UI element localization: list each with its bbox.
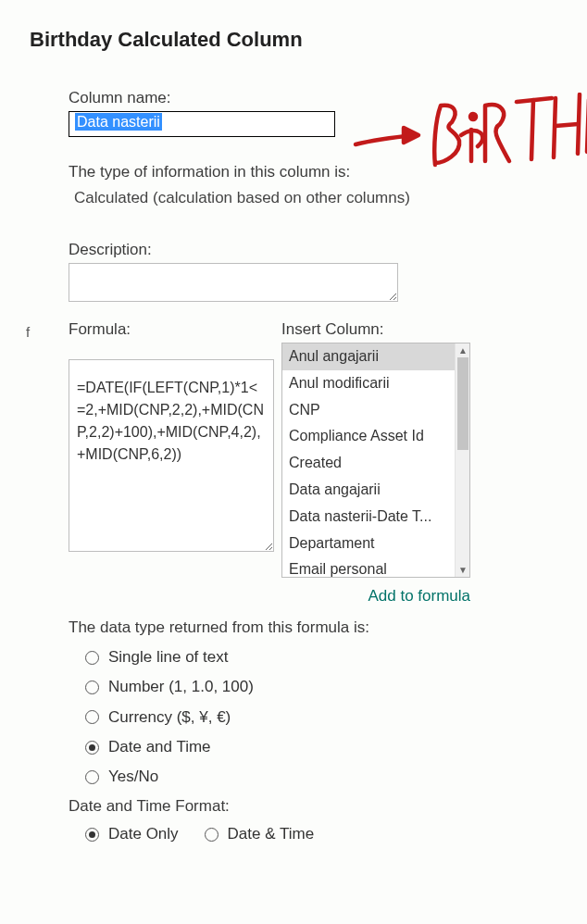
page-title: Birthday Calculated Column <box>0 0 587 52</box>
add-to-formula-link[interactable]: Add to formula <box>69 587 470 606</box>
column-name-label: Column name: <box>69 89 587 107</box>
scroll-up-icon[interactable]: ▲ <box>456 343 470 357</box>
description-label: Description: <box>69 241 587 259</box>
return-type-option[interactable]: Date and Time <box>85 732 587 762</box>
return-type-option[interactable]: Yes/No <box>85 762 587 792</box>
stray-text: f <box>26 324 30 340</box>
type-info-value: Calculated (calculation based on other c… <box>74 189 587 207</box>
radio-label: Number (1, 1.0, 100) <box>108 672 254 702</box>
insert-column-option[interactable]: Anul modificarii <box>282 370 469 397</box>
scroll-down-icon[interactable]: ▼ <box>456 563 470 577</box>
radio-label: Date and Time <box>108 732 211 762</box>
insert-column-label: Insert Column: <box>281 320 470 339</box>
listbox-scrollbar[interactable]: ▲ ▼ <box>455 343 469 577</box>
dt-format-option[interactable]: Date & Time <box>205 819 315 849</box>
radio-label: Date & Time <box>228 819 315 849</box>
return-type-option[interactable]: Single line of text <box>85 643 587 672</box>
radio-icon[interactable] <box>85 681 99 694</box>
radio-icon[interactable] <box>85 651 99 665</box>
radio-icon[interactable] <box>85 741 99 755</box>
return-type-option[interactable]: Number (1, 1.0, 100) <box>85 672 587 702</box>
column-name-input[interactable]: Data nasterii <box>69 111 335 137</box>
formula-textarea[interactable] <box>69 359 274 552</box>
return-type-option[interactable]: Currency ($, ¥, €) <box>85 703 587 732</box>
insert-column-option[interactable]: Anul angajarii <box>282 343 469 370</box>
radio-label: Currency ($, ¥, €) <box>108 703 231 732</box>
insert-column-listbox[interactable]: Anul angajariiAnul modificariiCNPComplia… <box>281 343 470 578</box>
dt-format-option[interactable]: Date Only <box>85 819 179 849</box>
radio-label: Single line of text <box>108 643 228 672</box>
dt-format-label: Date and Time Format: <box>69 797 587 816</box>
insert-column-option[interactable]: Data angajarii <box>282 477 469 504</box>
radio-icon[interactable] <box>85 710 99 724</box>
formula-label: Formula: <box>69 320 274 339</box>
radio-icon[interactable] <box>85 770 99 784</box>
insert-column-option[interactable]: Compliance Asset Id <box>282 423 469 450</box>
insert-column-option[interactable]: CNP <box>282 397 469 424</box>
radio-icon[interactable] <box>205 828 219 842</box>
radio-label: Yes/No <box>108 762 158 792</box>
radio-label: Date Only <box>108 819 179 849</box>
column-name-value: Data nasterii <box>75 113 162 131</box>
type-info-label: The type of information in this column i… <box>69 163 587 181</box>
scroll-thumb[interactable] <box>457 357 468 450</box>
description-textarea[interactable] <box>69 263 398 302</box>
insert-column-option[interactable]: Data nasterii-Date T... <box>282 504 469 531</box>
insert-column-option[interactable]: Departament <box>282 531 469 557</box>
insert-column-option[interactable]: Created <box>282 450 469 477</box>
return-type-label: The data type returned from this formula… <box>69 618 587 637</box>
radio-icon[interactable] <box>85 828 99 842</box>
insert-column-option[interactable]: Email personal <box>282 556 469 578</box>
